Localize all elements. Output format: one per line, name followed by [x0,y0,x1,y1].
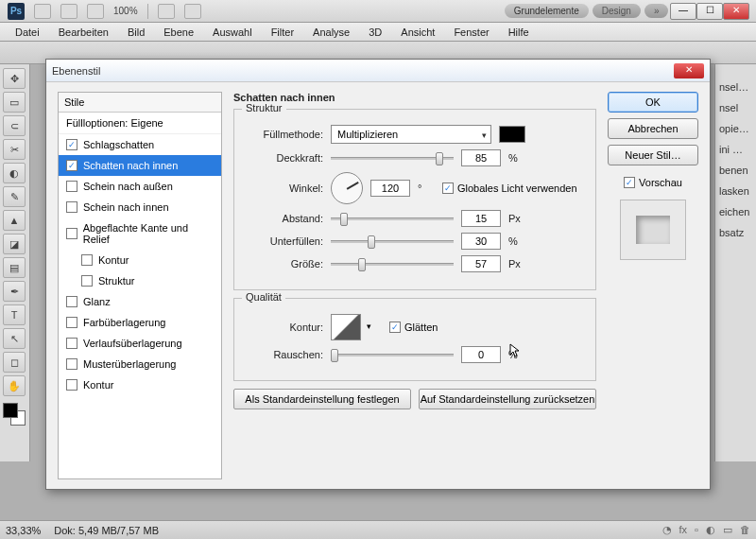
menu-ansicht[interactable]: Ansicht [391,25,444,40]
styles-header[interactable]: Stile [59,93,221,113]
arrange-icon[interactable] [158,4,175,19]
size-slider[interactable] [331,255,454,272]
move-tool[interactable]: ✥ [3,68,26,89]
minibridge-icon[interactable] [60,4,77,19]
style-checkbox[interactable] [66,228,77,239]
color-swatches[interactable] [3,403,26,426]
zoom-readout[interactable]: 100% [113,6,138,16]
antialias-checkbox[interactable]: ✓Glätten [389,322,438,333]
status-icon[interactable]: ◔ [662,524,672,536]
style-checkbox[interactable]: ✓ [66,139,77,150]
status-icon[interactable]: ▫ [695,524,698,536]
style-checkbox[interactable] [66,358,77,370]
dialog-titlebar[interactable]: Ebenenstil ✕ [46,60,710,82]
opacity-slider[interactable] [331,149,454,166]
style-item[interactable]: Farbüberlagerung [59,312,221,333]
menu-bild[interactable]: Bild [118,25,154,40]
blend-options-row[interactable]: Füllloptionen: Eigene [59,113,221,134]
style-item[interactable]: Kontur [59,374,221,395]
style-item[interactable]: Schein nach innen [59,197,221,217]
menu-auswahl[interactable]: Auswahl [203,25,262,40]
contour-picker[interactable] [331,314,361,340]
panel-tab[interactable]: opie… [719,123,752,134]
style-item[interactable]: Struktur [59,270,221,291]
noise-slider[interactable] [331,346,454,363]
panel-tab[interactable]: ini … [719,144,752,155]
panel-tab[interactable]: nsel [719,102,752,113]
style-item[interactable]: Abgeflachte Kante und Relief [59,217,221,250]
angle-dial[interactable] [331,172,363,204]
hand-tool[interactable]: ✋ [3,375,26,396]
menu-ebene[interactable]: Ebene [154,25,203,40]
menu-datei[interactable]: Datei [6,25,49,40]
marquee-tool[interactable]: ▭ [3,92,26,113]
eraser-tool[interactable]: ◪ [3,234,26,254]
dialog-close-button[interactable]: ✕ [674,63,704,78]
preview-checkbox[interactable]: ✓Vorschau [608,177,698,188]
style-item[interactable]: Kontur [59,250,221,270]
status-icon[interactable]: ▭ [723,524,732,536]
close-button[interactable]: ✕ [723,3,749,20]
workspace-pill-grundelemente[interactable]: Grundelemente [505,4,589,18]
brush-tool[interactable]: ✎ [3,186,26,207]
panel-tab[interactable]: eichen [719,206,752,217]
opacity-field[interactable]: 85 [461,149,501,166]
minimize-button[interactable]: — [670,3,696,20]
lasso-tool[interactable]: ⊂ [3,115,26,136]
style-checkbox[interactable] [66,338,77,349]
status-doc[interactable]: Dok: 5,49 MB/7,57 MB [54,525,159,536]
style-item[interactable]: ✓Schatten nach innen [59,155,221,176]
menu-analyse[interactable]: Analyse [303,25,359,40]
panel-tab[interactable]: bsatz [719,227,752,238]
distance-field[interactable]: 15 [461,210,501,227]
style-checkbox[interactable] [66,317,77,328]
screenmode-icon[interactable] [184,4,201,19]
gradient-tool[interactable]: ▤ [3,257,26,278]
path-tool[interactable]: ↖ [3,328,26,349]
panel-tab[interactable]: lasken [719,185,752,197]
crop-tool[interactable]: ✂ [3,139,26,160]
make-default-button[interactable]: Als Standardeinstellung festlegen [233,389,411,409]
shadow-color-swatch[interactable] [499,126,525,143]
style-checkbox[interactable] [66,201,77,213]
eyedropper-tool[interactable]: ◐ [3,163,26,183]
style-item[interactable]: ✓Schlagschatten [59,134,221,155]
blendmode-dropdown[interactable]: Multiplizieren [331,125,491,144]
style-checkbox[interactable] [81,254,93,266]
shape-tool[interactable]: ◻ [3,352,26,373]
style-item[interactable]: Schein nach außen [59,176,221,197]
status-icon[interactable]: fx [679,524,688,536]
workspace-pill-design[interactable]: Design [593,4,641,18]
distance-slider[interactable] [331,210,454,227]
panel-tab[interactable]: benen [719,165,752,176]
menu-fenster[interactable]: Fenster [444,25,498,40]
viewmode-icon[interactable] [87,4,104,19]
menu-3d[interactable]: 3D [359,25,391,40]
stamp-tool[interactable]: ▲ [3,210,26,231]
ok-button[interactable]: OK [608,92,698,113]
angle-field[interactable]: 120 [370,180,410,197]
pen-tool[interactable]: ✒ [3,281,26,302]
style-checkbox[interactable] [66,379,77,391]
workspace-pill-more[interactable]: » [644,4,669,18]
status-icon[interactable]: 🗑 [740,524,750,536]
noise-field[interactable]: 0 [461,346,501,363]
menu-bearbeiten[interactable]: Bearbeiten [49,25,118,40]
maximize-button[interactable]: ☐ [696,3,723,20]
status-zoom[interactable]: 33,33% [6,525,41,536]
menu-filter[interactable]: Filter [262,25,303,40]
style-item[interactable]: Glanz [59,291,221,312]
global-light-checkbox[interactable]: ✓Globales Licht verwenden [442,183,577,194]
style-item[interactable]: Musterüberlagerung [59,354,221,374]
bridge-icon[interactable] [34,4,51,19]
style-checkbox[interactable] [66,181,77,192]
style-checkbox[interactable] [81,275,93,287]
style-item[interactable]: Verlaufsüberlagerung [59,333,221,354]
reset-default-button[interactable]: Auf Standardeinstellung zurücksetzen [419,389,596,409]
type-tool[interactable]: T [3,304,26,325]
status-icon[interactable]: ◐ [706,524,715,536]
style-checkbox[interactable]: ✓ [66,160,77,171]
cancel-button[interactable]: Abbrechen [608,118,698,139]
choke-slider[interactable] [331,233,454,250]
menu-hilfe[interactable]: Hilfe [499,25,539,40]
